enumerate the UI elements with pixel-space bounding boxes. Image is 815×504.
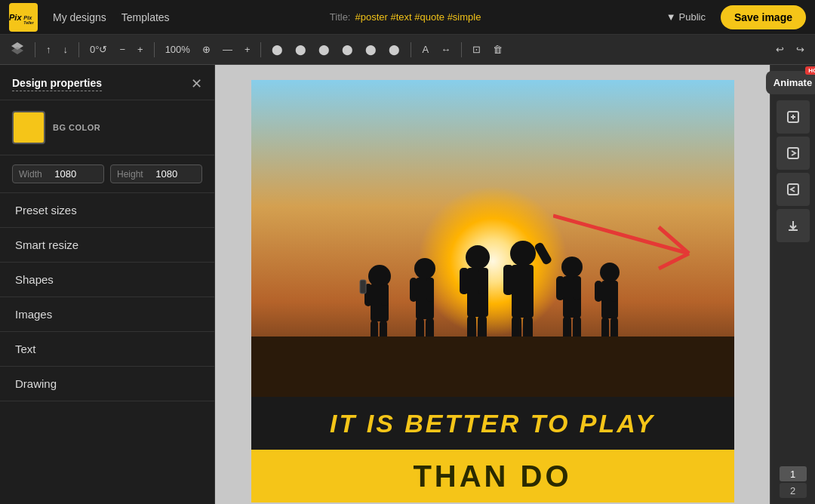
- logo-icon: Pix Teller: [9, 3, 38, 32]
- sidebar-item-images[interactable]: Images: [0, 297, 214, 332]
- svg-rect-11: [360, 280, 366, 293]
- right-panel: HOT Animate: [770, 65, 815, 504]
- toolbar-separator-5: [411, 42, 411, 57]
- title-input[interactable]: [355, 11, 506, 23]
- crop-button[interactable]: ⊡: [468, 41, 485, 58]
- sidebar-item-preset-sizes[interactable]: Preset sizes: [0, 193, 214, 228]
- svg-rect-14: [410, 278, 417, 302]
- sidebar: Design properties ✕ BG COLOR Width Heigh…: [0, 65, 215, 504]
- layer-2-button[interactable]: 2: [780, 483, 807, 498]
- svg-text:Teller: Teller: [23, 20, 34, 25]
- align-middle-button[interactable]: ⬤: [361, 41, 381, 58]
- public-label: Public: [679, 11, 706, 23]
- svg-line-44: [659, 254, 689, 269]
- align-top-button[interactable]: ⬤: [337, 41, 358, 58]
- svg-rect-15: [426, 278, 434, 302]
- move-down-button[interactable]: ↓: [59, 41, 73, 58]
- quote-text-line1: IT IS BETTER TO PLAY: [330, 409, 655, 438]
- plus-button[interactable]: +: [133, 41, 148, 58]
- width-input[interactable]: [47, 168, 85, 180]
- svg-rect-27: [503, 265, 513, 295]
- bg-color-section: BG COLOR: [0, 100, 214, 155]
- toolbar: ↑ ↓ 0°↺ − + 100% ⊕ — + ⬤ ⬤ ⬤ ⬤ ⬤ ⬤ A ↔ ⊡…: [0, 35, 815, 65]
- sidebar-item-drawing[interactable]: Drawing: [0, 367, 214, 401]
- layers-button[interactable]: [6, 38, 29, 60]
- svg-rect-39: [610, 281, 618, 302]
- svg-rect-32: [556, 276, 564, 300]
- bg-color-label: BG COLOR: [53, 123, 100, 132]
- text-section-dark: IT IS BETTER TO PLAY: [251, 397, 734, 450]
- sidebar-title: Design properties: [12, 77, 102, 91]
- canvas-wrapper: IT IS BETTER TO PLAY THAN DO: [251, 80, 734, 502]
- svg-rect-26: [512, 265, 534, 318]
- minus-button[interactable]: −: [115, 41, 130, 58]
- width-label: Width: [19, 169, 42, 180]
- top-navigation: Pix Teller My designs Templates Title: ▼…: [0, 0, 815, 35]
- shrink-button[interactable]: [777, 173, 810, 206]
- sidebar-close-button[interactable]: ✕: [191, 75, 202, 92]
- sidebar-item-shapes[interactable]: Shapes: [0, 263, 214, 297]
- height-input[interactable]: [148, 168, 186, 180]
- hot-badge: HOT: [805, 66, 815, 75]
- svg-marker-4: [11, 47, 23, 54]
- align-bottom-button[interactable]: ⬤: [384, 41, 404, 58]
- svg-point-12: [414, 258, 435, 279]
- dropdown-icon: ▼: [666, 11, 676, 23]
- zoom-button[interactable]: 100%: [161, 41, 195, 58]
- svg-rect-8: [381, 284, 389, 306]
- toolbar-separator-1: [35, 42, 35, 57]
- download-button[interactable]: [777, 209, 810, 242]
- dimensions-section: Width Height: [0, 155, 214, 193]
- toolbar-separator-4: [260, 42, 261, 57]
- svg-point-18: [466, 245, 490, 269]
- align-right-button[interactable]: ⬤: [314, 41, 334, 58]
- svg-rect-21: [478, 268, 487, 294]
- zoom-icon-button[interactable]: ⊕: [198, 41, 215, 58]
- width-field: Width: [12, 164, 104, 183]
- height-field: Height: [110, 164, 202, 183]
- align-left-button[interactable]: ⬤: [267, 41, 288, 58]
- svg-point-24: [510, 241, 536, 266]
- sidebar-item-text[interactable]: Text: [0, 332, 214, 367]
- canvas-photo: [251, 80, 734, 397]
- align-center-button[interactable]: ⬤: [291, 41, 311, 58]
- svg-text:Pix: Pix: [23, 14, 32, 20]
- templates-link[interactable]: Templates: [121, 11, 170, 23]
- move-up-button[interactable]: ↑: [42, 41, 56, 58]
- toolbar-separator-3: [154, 42, 155, 57]
- right-panel-top: HOT Animate: [766, 71, 815, 242]
- save-image-button[interactable]: Save image: [721, 5, 806, 29]
- bg-color-swatch[interactable]: [12, 111, 45, 144]
- flip-button[interactable]: ↔: [436, 41, 455, 58]
- text-style-button[interactable]: A: [417, 41, 433, 58]
- sidebar-item-smart-resize[interactable]: Smart resize: [0, 228, 214, 263]
- title-label: Title:: [330, 11, 351, 23]
- expand-button[interactable]: [777, 137, 810, 170]
- canvas-area[interactable]: IT IS BETTER TO PLAY THAN DO: [215, 65, 770, 504]
- text-section-yellow: THAN DO: [251, 450, 734, 502]
- redo-button[interactable]: ↪: [792, 41, 809, 58]
- public-button[interactable]: ▼ Public: [666, 11, 706, 23]
- sidebar-menu: Preset sizes Smart resize Shapes Images …: [0, 193, 214, 401]
- title-area: Title:: [185, 11, 651, 23]
- animate-button[interactable]: HOT Animate: [766, 71, 815, 94]
- logo[interactable]: Pix Teller: [9, 3, 38, 32]
- svg-rect-25: [534, 241, 552, 266]
- main-area: Design properties ✕ BG COLOR Width Heigh…: [0, 65, 815, 504]
- undo-button[interactable]: ↩: [771, 41, 789, 58]
- zoom-plus-button[interactable]: +: [240, 41, 255, 58]
- ground: [251, 337, 734, 397]
- toolbar-separator-6: [461, 42, 462, 57]
- zoom-minus-button[interactable]: —: [218, 41, 237, 58]
- my-designs-link[interactable]: My designs: [53, 11, 106, 23]
- quote-text-line2: THAN DO: [413, 459, 571, 493]
- rotate-field[interactable]: 0°↺: [85, 41, 112, 58]
- toolbar-separator-2: [78, 42, 79, 57]
- delete-button[interactable]: 🗑: [488, 41, 507, 58]
- sidebar-header: Design properties ✕: [0, 65, 214, 100]
- expand-up-button[interactable]: [777, 100, 810, 134]
- animate-label: Animate: [773, 77, 812, 88]
- layer-1-button[interactable]: 1: [780, 466, 807, 481]
- height-label: Height: [117, 169, 143, 180]
- svg-rect-38: [595, 281, 602, 302]
